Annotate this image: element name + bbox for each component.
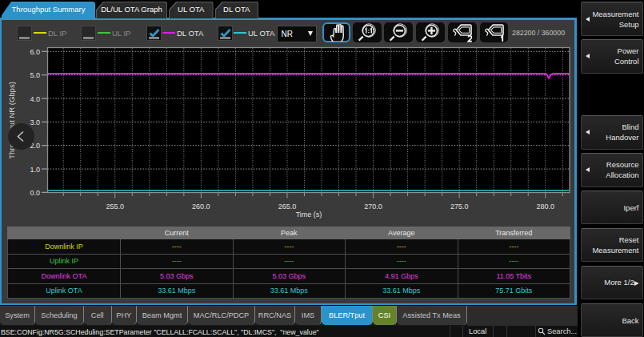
svg-text:Time (s): Time (s) bbox=[296, 211, 322, 219]
svg-text:1.0: 1.0 bbox=[30, 166, 40, 174]
svg-text:3.0: 3.0 bbox=[30, 118, 40, 126]
svg-text:6.0: 6.0 bbox=[30, 48, 40, 56]
svg-text:270.0: 270.0 bbox=[364, 203, 382, 211]
svg-text:0.0: 0.0 bbox=[30, 189, 40, 197]
svg-text:275.0: 275.0 bbox=[450, 203, 469, 211]
svg-text:280.0: 280.0 bbox=[536, 203, 554, 211]
svg-text:260.0: 260.0 bbox=[192, 203, 210, 211]
svg-text:5.0: 5.0 bbox=[30, 71, 40, 79]
svg-text:4.0: 4.0 bbox=[30, 95, 40, 103]
svg-text:265.0: 265.0 bbox=[278, 203, 297, 211]
svg-text:255.0: 255.0 bbox=[106, 203, 124, 211]
